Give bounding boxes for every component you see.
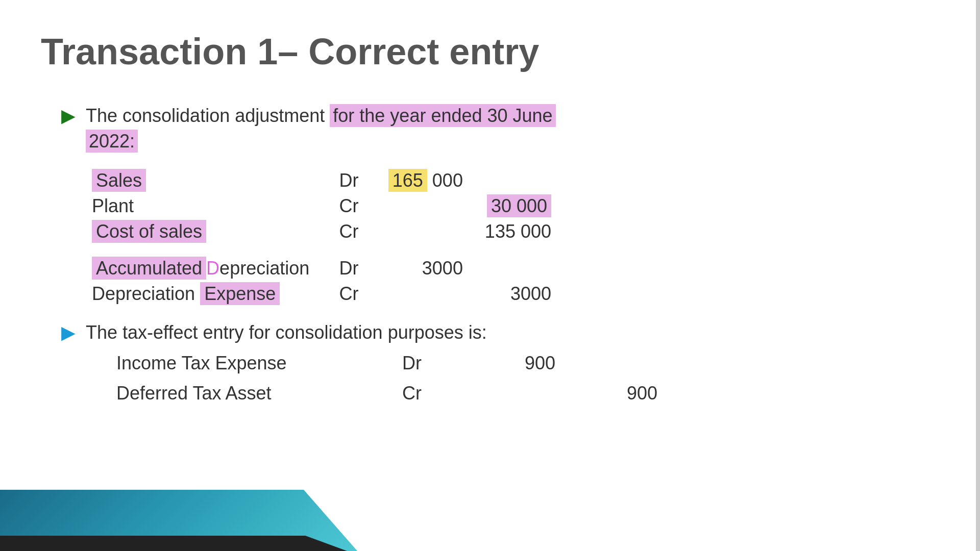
acc-dep-debit: 3000 — [375, 258, 463, 279]
sales-label: Sales — [92, 169, 146, 192]
acc-dep-label: Accumulated — [92, 257, 206, 280]
cost-of-sales-credit: 135 000 — [463, 221, 551, 242]
account-tax-expense: Income Tax Expense — [116, 350, 402, 376]
account-dep-expense: Depreciation Expense — [92, 283, 339, 305]
acc-dep-dr-cr: Dr — [339, 258, 375, 279]
account-sales: Sales — [92, 170, 339, 191]
bullet-arrow-2: ▶ — [61, 322, 76, 343]
bullet-item-2: ▶ The tax-effect entry for consolidation… — [61, 320, 939, 410]
bullet-arrow-1: ▶ — [61, 105, 76, 127]
plant-credit-amount: 30 000 — [487, 194, 551, 217]
plant-credit: 30 000 — [463, 195, 551, 217]
journal-table-1: Sales Dr 165 000 Plant Cr 30 000 — [92, 170, 551, 242]
tax-expense-dr-cr: Dr — [402, 350, 453, 376]
account-plant: Plant — [92, 195, 339, 217]
highlight-for-the-year: for the year ended 30 June — [330, 104, 555, 127]
sales-debit: 165 000 — [375, 170, 463, 191]
tax-expense-debit: 900 — [453, 350, 555, 376]
journal-row-tax-expense: Income Tax Expense Dr 900 — [116, 350, 657, 376]
right-border — [976, 0, 980, 551]
cost-of-sales-dr-cr: Cr — [339, 221, 375, 242]
journal-table-2: AccumulatedDepreciation Dr 3000 Deprecia… — [92, 258, 551, 305]
account-cost-of-sales: Cost of sales — [92, 221, 339, 242]
cost-of-sales-label: Cost of sales — [92, 220, 206, 243]
bullet-text-2: The tax-effect entry for consolidation p… — [86, 320, 657, 410]
plant-dr-cr: Cr — [339, 195, 375, 217]
journal-row-acc-dep: AccumulatedDepreciation Dr 3000 — [92, 258, 551, 279]
dep-expense-dr-cr: Cr — [339, 283, 375, 305]
dep-expense-credit: 3000 — [463, 283, 551, 305]
def-tax-credit: 900 — [555, 381, 657, 406]
bullet-item-1: ▶ The consolidation adjustment for the y… — [61, 103, 939, 155]
tax-entry-block: Income Tax Expense Dr 900 Deferred Tax A… — [116, 350, 657, 406]
account-def-tax: Deferred Tax Asset — [116, 381, 402, 406]
bottom-bar-black — [0, 536, 347, 551]
journal-row-plant: Plant Cr 30 000 — [92, 195, 551, 217]
highlight-2022: 2022: — [86, 130, 138, 153]
journal-row-def-tax: Deferred Tax Asset Cr 900 — [116, 381, 657, 406]
bullet-text-1: The consolidation adjustment for the yea… — [86, 103, 556, 155]
slide-container: Transaction 1– Correct entry ▶ The conso… — [0, 0, 980, 551]
slide-title: Transaction 1– Correct entry — [41, 31, 939, 72]
journal-row-dep-expense: Depreciation Expense Cr 3000 — [92, 283, 551, 305]
content-area: ▶ The consolidation adjustment for the y… — [41, 103, 939, 410]
journal-row-sales: Sales Dr 165 000 — [92, 170, 551, 191]
sales-debit-amount: 165 — [388, 169, 427, 192]
account-acc-dep: AccumulatedDepreciation — [92, 258, 339, 279]
def-tax-dr-cr: Cr — [402, 381, 453, 406]
journal-row-cost-of-sales: Cost of sales Cr 135 000 — [92, 221, 551, 242]
sales-dr-cr: Dr — [339, 170, 375, 191]
dep-expense-label: Expense — [200, 282, 280, 305]
